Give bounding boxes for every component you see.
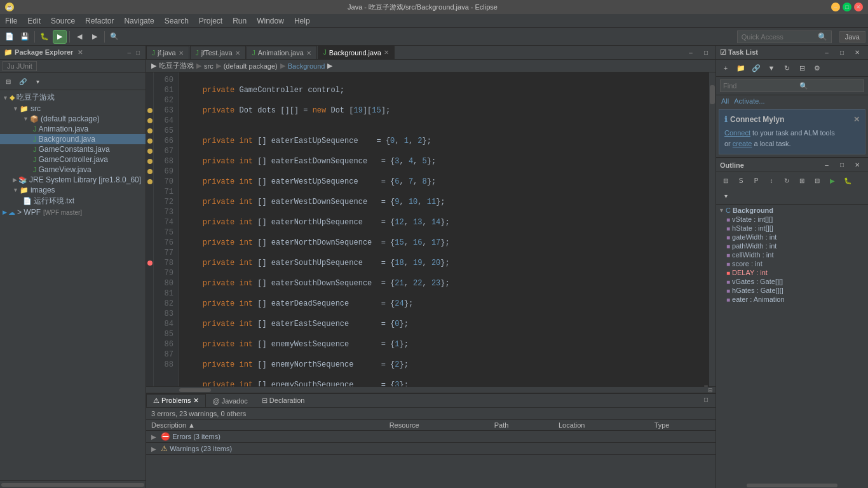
back-button[interactable]: ◀	[72, 30, 86, 44]
breadcrumb-arrow[interactable]: ▶	[151, 62, 156, 70]
outline-hide-fields[interactable]: ⊟	[719, 173, 733, 187]
editor-hscrollbar[interactable]: ⊟	[146, 386, 715, 393]
problems-min-btn[interactable]: –	[699, 378, 713, 392]
outline-collapse[interactable]: ⊟	[810, 173, 824, 187]
task-collapse-btn[interactable]: ⊟	[795, 61, 809, 75]
task-new-btn[interactable]: +	[719, 61, 733, 75]
outline-debug[interactable]: 🐛	[841, 173, 855, 187]
forward-button[interactable]: ▶	[88, 30, 102, 44]
outline-sync[interactable]: ↻	[780, 173, 794, 187]
tab-jftest[interactable]: J jfTest.java ✕	[190, 46, 246, 59]
task-list-close-btn[interactable]: ✕	[850, 46, 864, 60]
close-tab-jftest[interactable]: ✕	[235, 50, 240, 57]
breadcrumb-class[interactable]: Background	[288, 62, 325, 70]
problems-panel-close[interactable]: – □	[696, 377, 715, 407]
outline-field-eater[interactable]: ■ eater : Animation	[716, 295, 868, 304]
tree-item-default-package[interactable]: ▼ 📦 (default package)	[0, 114, 146, 124]
table-row-warnings[interactable]: ▶ ⚠ Warnings (23 items)	[146, 443, 715, 455]
outline-field-delay[interactable]: ■ DELAY : int	[716, 268, 868, 277]
outline-hide-nonpublic[interactable]: P	[749, 173, 763, 187]
table-row-errors[interactable]: ▶ ⛔ Errors (3 items)	[146, 431, 715, 443]
tree-item-src[interactable]: ▼ 📁 src	[0, 104, 146, 114]
all-link[interactable]: All	[721, 97, 729, 105]
close-tab-jf[interactable]: ✕	[179, 50, 184, 57]
menu-help[interactable]: Help	[289, 15, 315, 27]
tree-item-gameview[interactable]: J GameView.java	[0, 165, 146, 175]
breadcrumb-src[interactable]: src	[204, 62, 214, 70]
outline-menu[interactable]: ▾	[719, 189, 733, 203]
outline-field-cellwidth[interactable]: ■ cellWidth : int	[716, 250, 868, 259]
task-filter-btn[interactable]: ▼	[764, 61, 778, 75]
debug-button[interactable]: 🐛	[37, 30, 51, 44]
breadcrumb-expand[interactable]: ▶	[327, 62, 332, 70]
outline-close-btn[interactable]: ✕	[850, 158, 864, 172]
collapse-all-btn[interactable]: ⊟	[1, 74, 15, 88]
code-editor[interactable]: 60 61 62 63 64 65 66 67 68 69 70 71 72 7…	[146, 72, 715, 386]
task-link-btn[interactable]: 🔗	[749, 61, 763, 75]
tree-item-wpf[interactable]: ▶ ☁ > WPF [WPF master]	[0, 207, 146, 217]
outline-expand[interactable]: ⊞	[795, 173, 809, 187]
breadcrumb-project[interactable]: 吃豆子游戏	[159, 61, 194, 71]
outline-field-pathwidth[interactable]: ■ pathWidth : int	[716, 241, 868, 250]
panel-min-btn[interactable]: –	[125, 48, 133, 57]
tab-animation[interactable]: J Animation.java ✕	[247, 46, 317, 59]
outline-class-background[interactable]: ▼ C Background	[716, 206, 868, 215]
outline-sort[interactable]: ↕	[764, 173, 778, 187]
editor-scrollbar[interactable]	[709, 72, 715, 386]
outline-field-hstate[interactable]: ■ hState : int[][]	[716, 224, 868, 233]
menu-project[interactable]: Project	[194, 15, 227, 27]
expand-errors-icon[interactable]: ▶	[151, 433, 156, 440]
outline-field-vgates[interactable]: ■ vGates : Gate[][]	[716, 277, 868, 286]
expand-warnings-icon[interactable]: ▶	[151, 445, 156, 452]
menu-run[interactable]: Run	[227, 15, 252, 27]
tree-item-project[interactable]: ▼ ◆ 吃豆子游戏	[0, 92, 146, 104]
find-input[interactable]	[721, 82, 797, 90]
quick-access-bar[interactable]: 🔍	[737, 30, 832, 43]
sort-description[interactable]: ▲	[188, 421, 195, 429]
tab-declaration[interactable]: ⊟ Declaration	[255, 394, 312, 407]
create-link[interactable]: create	[733, 140, 752, 147]
save-button[interactable]: 💾	[18, 30, 32, 44]
connect-mylyn-close[interactable]: ✕	[853, 115, 860, 124]
close-tab-background[interactable]: ✕	[384, 49, 389, 56]
tab-jf[interactable]: J jf.java ✕	[146, 46, 189, 59]
menu-file[interactable]: File	[0, 15, 22, 27]
tree-item-runenv[interactable]: 📄 运行环境.txt	[0, 195, 146, 207]
tree-view-menu-btn[interactable]: ▾	[31, 74, 44, 88]
editor-max-btn[interactable]: □	[699, 45, 713, 59]
outline-field-score[interactable]: ■ score : int	[716, 259, 868, 268]
close-button[interactable]: ✕	[854, 3, 863, 11]
junit-tab[interactable]: Ju JUnit	[3, 61, 37, 71]
java-perspective-button[interactable]: Java	[839, 31, 865, 43]
menu-window[interactable]: Window	[252, 15, 289, 27]
menu-search[interactable]: Search	[159, 15, 194, 27]
outline-max-btn[interactable]: □	[835, 158, 849, 172]
task-settings-btn[interactable]: ⚙	[810, 61, 824, 75]
panel-max-btn[interactable]: □	[134, 48, 142, 57]
new-button[interactable]: 📄	[3, 30, 17, 44]
maximize-button[interactable]: □	[843, 3, 851, 11]
close-tab-animation[interactable]: ✕	[306, 50, 311, 57]
find-input-wrapper[interactable]: 🔍	[720, 79, 864, 92]
editor-min-btn[interactable]: –	[684, 45, 698, 59]
outline-field-gatewidth[interactable]: ■ gateWidth : int	[716, 233, 868, 241]
quick-access-input[interactable]	[742, 33, 818, 41]
activate-link[interactable]: Activate...	[734, 97, 764, 105]
code-content[interactable]: private GameController control; private …	[179, 72, 709, 386]
outline-hide-static[interactable]: S	[734, 173, 748, 187]
task-list-min-btn[interactable]: –	[820, 46, 834, 60]
tree-item-images[interactable]: ▼ 📁 images	[0, 185, 146, 195]
tree-item-jre[interactable]: ▶ 📚 JRE System Library [jre1.8.0_60]	[0, 175, 146, 185]
connect-link[interactable]: Connect	[724, 129, 750, 137]
problems-max-btn[interactable]: □	[699, 392, 713, 406]
tab-problems[interactable]: ⚠ Problems ✕	[146, 394, 206, 407]
tree-item-gamecontroller[interactable]: J GameController.java	[0, 154, 146, 165]
tree-item-background[interactable]: J Background.java	[0, 134, 146, 144]
outline-field-hgates[interactable]: ■ hGates : Gate[][]	[716, 286, 868, 295]
task-list-max-btn[interactable]: □	[835, 46, 849, 60]
task-sync-btn[interactable]: ↻	[780, 61, 794, 75]
menu-edit[interactable]: Edit	[22, 15, 46, 27]
run-button[interactable]: ▶	[53, 30, 67, 44]
link-editor-btn[interactable]: 🔗	[16, 74, 30, 88]
menu-navigate[interactable]: Navigate	[119, 15, 159, 27]
